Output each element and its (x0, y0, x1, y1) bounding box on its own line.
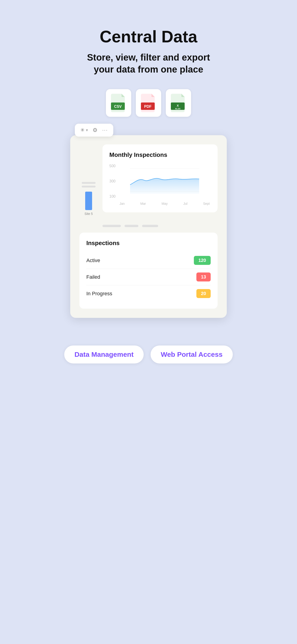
inprogress-badge: 20 (196, 289, 211, 298)
tag-data-management[interactable]: Data Management (64, 346, 144, 364)
sidebar-bars: Site 5 (80, 144, 98, 219)
dashboard-card: Site 5 Monthly Inspections 500 300 100 (70, 135, 227, 318)
sun-icon: ✳ ▾ (80, 127, 88, 133)
svg-text:PDF: PDF (144, 104, 152, 108)
inprogress-label: In Progress (86, 291, 112, 297)
header-section: Central Data Store, view, filter and exp… (64, 28, 232, 75)
x-label-may: May (162, 202, 168, 206)
x-label-sept: Sept (203, 202, 210, 206)
more-options-icon[interactable]: ··· (102, 127, 108, 133)
failed-badge: 13 (196, 272, 211, 282)
inspections-section: Inspections Active 120 Failed 13 In Prog… (80, 233, 218, 309)
x-label-jul: Jul (183, 202, 188, 206)
page-container: Central Data Store, view, filter and exp… (64, 0, 232, 644)
pdf-file-icon: PDF (140, 94, 156, 112)
file-icons-row: CSV PDF X XLSX (106, 89, 191, 117)
chart-svg-container: Jan Mar May Jul Sept (118, 164, 211, 206)
dashboard-mockup: ✳ ▾ ⚙ ··· Site 5 Monthly (70, 130, 227, 318)
chart-wrapper: Site 5 Monthly Inspections 500 300 100 (80, 144, 218, 219)
csv-file-icon: CSV (110, 94, 127, 112)
pdf-icon-box[interactable]: PDF (136, 89, 161, 117)
partial-bar-a (102, 225, 121, 227)
svg-text:CSV: CSV (114, 104, 122, 108)
x-label-mar: Mar (140, 202, 146, 206)
svg-text:X: X (177, 104, 179, 107)
inspection-row-active: Active 120 (86, 252, 211, 269)
top-bar: ✳ ▾ ⚙ ··· (75, 124, 113, 136)
inspection-row-inprogress: In Progress 20 (86, 286, 211, 302)
x-axis-labels: Jan Mar May Jul Sept (118, 202, 211, 206)
chart-section: Monthly Inspections 500 300 100 (102, 144, 218, 212)
active-badge: 120 (194, 256, 211, 265)
gear-icon[interactable]: ⚙ (92, 127, 98, 133)
sidebar-bar-2 (82, 186, 96, 188)
active-label: Active (86, 258, 100, 264)
tag-web-portal-access[interactable]: Web Portal Access (150, 346, 232, 364)
svg-text:XLSX: XLSX (175, 108, 180, 110)
site5-bar (85, 192, 92, 210)
partial-bar-c (142, 225, 158, 227)
y-axis-labels: 500 300 100 (109, 164, 118, 206)
failed-label: Failed (86, 274, 100, 280)
line-chart-svg (118, 164, 211, 201)
y-label-300: 300 (109, 179, 118, 183)
main-title: Central Data (78, 28, 219, 46)
csv-icon-box[interactable]: CSV (106, 89, 131, 117)
xls-file-icon: X XLSX (170, 94, 186, 112)
chart-title: Monthly Inspections (109, 151, 211, 158)
inspection-row-failed: Failed 13 (86, 269, 211, 286)
partial-bars-row (102, 225, 218, 227)
partial-bar-b (124, 225, 138, 227)
sidebar-bar-1 (82, 182, 96, 184)
subtitle: Store, view, filter and export your data… (78, 51, 219, 75)
bottom-tags: Data Management Web Portal Access (64, 346, 232, 364)
inspections-title: Inspections (86, 240, 211, 247)
chart-body: 500 300 100 (109, 164, 211, 206)
y-label-500: 500 (109, 164, 118, 168)
y-label-100: 100 (109, 194, 118, 198)
x-label-jan: Jan (120, 202, 125, 206)
xls-icon-box[interactable]: X XLSX (166, 89, 191, 117)
site5-label: Site 5 (84, 212, 93, 216)
